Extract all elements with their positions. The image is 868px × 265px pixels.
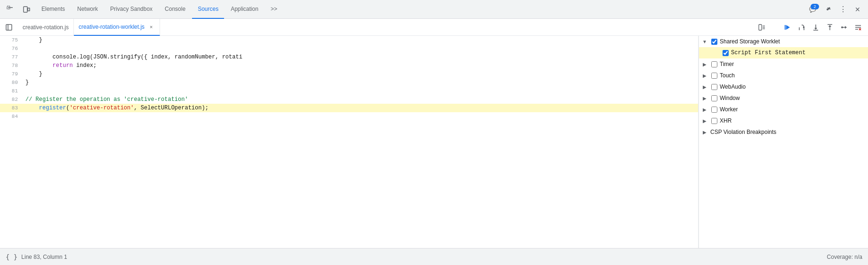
worker-checkbox[interactable] [711, 107, 717, 113]
code-line-76: 76 [0, 44, 698, 53]
main-area: 75 } 76 77 console.log(JSON.stringify({ … [0, 36, 868, 248]
expand-arrow-shared-storage[interactable]: ▼ [701, 39, 708, 44]
step-over-btn[interactable] [796, 21, 808, 33]
step-out-btn[interactable] [824, 21, 836, 33]
script-first-statement-label: Script First Statement [731, 50, 805, 56]
worker-label: Worker [720, 106, 738, 113]
coverage-label: Coverage: n/a [827, 254, 862, 260]
file-tabs-row: creative-rotation.js creative-rotation-w… [0, 19, 868, 36]
code-line-81: 81 [0, 87, 698, 95]
code-line-78: 78 return index; [0, 61, 698, 70]
chat-icon[interactable]: 💬 2 [806, 3, 819, 16]
expand-arrow-window[interactable]: ▶ [701, 96, 708, 101]
tab-application[interactable]: Application [225, 0, 264, 19]
file-tab-creative-rotation[interactable]: creative-rotation.js [18, 19, 74, 36]
code-line-82: 82 // Register the operation as 'creativ… [0, 95, 698, 104]
window-label: Window [720, 95, 740, 101]
shared-storage-checkbox[interactable] [711, 39, 717, 45]
status-right: Coverage: n/a [827, 254, 862, 260]
xhr-item[interactable]: ▶ XHR [699, 115, 868, 126]
webaudio-checkbox[interactable] [711, 84, 717, 90]
script-first-statement-checkbox[interactable] [723, 50, 729, 56]
tab-privacy-sandbox[interactable]: Privacy Sandbox [104, 0, 158, 19]
code-editor[interactable]: 75 } 76 77 console.log(JSON.stringify({ … [0, 36, 699, 248]
csp-label: CSP Violation Breakpoints [710, 129, 776, 135]
step-into-btn[interactable] [810, 21, 822, 33]
xhr-checkbox[interactable] [711, 118, 717, 124]
touch-checkbox[interactable] [711, 73, 717, 79]
expand-arrow-xhr[interactable]: ▶ [701, 118, 708, 124]
code-line-75: 75 } [0, 36, 698, 44]
svg-marker-19 [828, 25, 831, 27]
webaudio-item[interactable]: ▶ WebAudio [699, 81, 868, 92]
code-line-77: 77 console.log(JSON.stringify({ index, r… [0, 53, 698, 61]
svg-rect-2 [24, 7, 27, 12]
touch-label: Touch [720, 72, 735, 79]
svg-rect-6 [759, 25, 762, 30]
timer-label: Timer [720, 61, 734, 67]
more-icon[interactable]: ⋮ [836, 3, 849, 16]
deactivate-btn[interactable] [852, 21, 864, 33]
touch-checkbox-wrap[interactable] [710, 73, 718, 79]
svg-rect-4 [6, 25, 12, 30]
csp-section-header[interactable]: ▶ CSP Violation Breakpoints [699, 126, 868, 138]
expand-arrow-timer[interactable]: ▶ [701, 62, 708, 67]
code-line-80: 80 } [0, 78, 698, 87]
svg-marker-16 [814, 28, 817, 30]
window-checkbox[interactable] [711, 95, 717, 101]
worker-item[interactable]: ▶ Worker [699, 104, 868, 115]
window-checkbox-wrap[interactable] [710, 95, 718, 101]
right-panel: ▼ Shared Storage Worklet Script First St… [699, 36, 868, 248]
svg-marker-10 [786, 25, 790, 30]
svg-point-23 [841, 26, 843, 28]
timer-checkbox[interactable] [711, 61, 717, 67]
expand-arrow-worker[interactable]: ▶ [701, 107, 708, 112]
file-tab-worklet[interactable]: creative-rotation-worklet.js × [74, 19, 160, 36]
tab-elements[interactable]: Elements [36, 0, 71, 19]
debug-toolbar [756, 21, 868, 33]
resume-btn[interactable] [781, 21, 794, 33]
tab-overflow[interactable]: >> [265, 0, 283, 19]
curly-braces-icon: { } [6, 253, 17, 261]
file-tab-close-btn[interactable]: × [147, 23, 155, 31]
sidebar-toggle-btn[interactable] [2, 20, 16, 34]
device-icon[interactable] [20, 3, 33, 16]
timer-item[interactable]: ▶ Timer [699, 58, 868, 70]
tab-network[interactable]: Network [72, 0, 104, 19]
shared-storage-checkbox-wrap[interactable] [710, 39, 718, 45]
status-position: Line 83, Column 1 [21, 254, 67, 260]
code-line-83: 83 register('creative-rotation', SelectU… [0, 104, 698, 112]
svg-marker-22 [845, 26, 847, 29]
tab-sources[interactable]: Sources [192, 0, 224, 19]
step-btn[interactable] [838, 21, 850, 33]
webaudio-checkbox-wrap[interactable] [710, 84, 718, 90]
tab-console[interactable]: Console [159, 0, 191, 19]
script-first-checkbox-wrap[interactable] [722, 50, 729, 56]
webaudio-label: WebAudio [720, 83, 746, 90]
expand-arrow-webaudio[interactable]: ▶ [701, 84, 708, 90]
shared-storage-label: Shared Storage Worklet [720, 38, 780, 45]
expand-arrow-touch[interactable]: ▶ [701, 73, 708, 78]
status-bar: { } Line 83, Column 1 Coverage: n/a [0, 248, 868, 265]
show-navigator-btn[interactable] [756, 21, 768, 33]
worker-checkbox-wrap[interactable] [710, 107, 718, 113]
script-first-statement-item[interactable]: Script First Statement [699, 47, 868, 58]
close-icon[interactable]: ✕ [851, 3, 864, 16]
breakpoints-section: ▼ Shared Storage Worklet Script First St… [699, 36, 868, 138]
touch-item[interactable]: ▶ Touch [699, 70, 868, 81]
expand-arrow-csp[interactable]: ▶ [701, 130, 708, 135]
timer-checkbox-wrap[interactable] [710, 61, 718, 67]
window-item[interactable]: ▶ Window [699, 92, 868, 104]
toolbar-right: 💬 2 ⋮ ✕ [806, 3, 864, 16]
shared-storage-worklet-item[interactable]: ▼ Shared Storage Worklet [699, 36, 868, 47]
code-line-79: 79 } [0, 70, 698, 78]
inspect-icon[interactable] [4, 3, 17, 16]
svg-rect-3 [28, 8, 30, 11]
xhr-label: XHR [720, 117, 731, 124]
status-left: { } Line 83, Column 1 [6, 253, 67, 261]
xhr-checkbox-wrap[interactable] [710, 118, 718, 124]
code-line-84: 84 [0, 112, 698, 121]
settings-icon[interactable] [821, 3, 834, 16]
devtools-tab-bar: Elements Network Privacy Sandbox Console… [0, 0, 868, 19]
